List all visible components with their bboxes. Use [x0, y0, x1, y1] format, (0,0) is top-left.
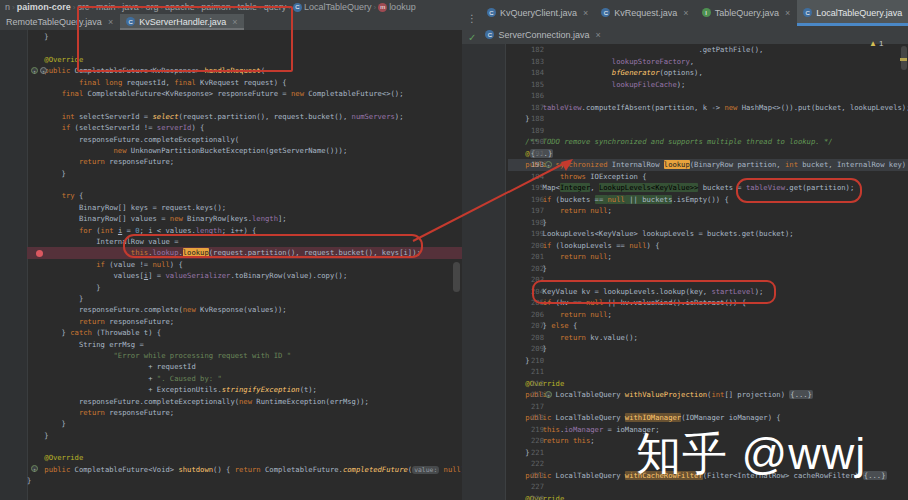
tab-close-icon[interactable]: ×	[683, 8, 688, 18]
tab-remotetablequery-java[interactable]: RemoteTableQuery.java×	[0, 14, 120, 30]
breadcrumb: n›paimon-core›src›main›java›org›apache›p…	[0, 0, 462, 14]
line-number: 227	[508, 481, 544, 493]
code-line: responseFuture.complete(new KvResponse(v…	[27, 304, 462, 315]
code-line: final CompletableFuture<KvResponse> resp…	[27, 88, 462, 99]
breadcrumb-item-paimon-core[interactable]: paimon-core	[17, 2, 71, 12]
code-line: 207 } else {	[508, 320, 908, 332]
breadcrumb-item-lookup[interactable]: mlookup	[378, 2, 416, 12]
breadcrumb-item-paimon[interactable]: paimon	[201, 2, 231, 12]
code-line: 198 }	[508, 217, 908, 229]
code-line: InternalRow value =	[27, 236, 462, 247]
right-editor-tab-bar-row1: ⋮ CKvQueryClient.java×CKvRequest.java×IT…	[462, 0, 908, 26]
breadcrumb-item-table[interactable]: table	[238, 2, 258, 12]
breadcrumb-separator: ›	[259, 3, 262, 12]
class-icon: C	[293, 3, 302, 12]
tab-kvserverhandler-java[interactable]: CKvServerHandler.java×	[120, 14, 244, 30]
tab-tablequery-java[interactable]: ITableQuery.java×	[696, 0, 798, 26]
line-number: 203	[508, 274, 544, 286]
code-line: 204 KeyValue kv = lookupLevels.lookup(ke…	[508, 286, 908, 298]
line-number: 219	[508, 424, 544, 436]
inspections-warning-widget[interactable]: ▲ 1	[869, 39, 883, 48]
code-line: 185 lookupFileCache);	[508, 79, 908, 91]
line-number: 186	[508, 90, 544, 102]
breadcrumb-separator: ›	[160, 3, 163, 12]
class-icon: C	[485, 30, 494, 39]
code-line: responseFuture.completeExceptionally(new…	[27, 396, 462, 407]
override-marker-icon[interactable]: ↑	[31, 67, 38, 74]
tab-serverconnection-java[interactable]: CServerConnection.java×	[479, 26, 607, 44]
line-number: 187	[508, 102, 544, 114]
code-line: 202 }	[508, 263, 908, 275]
code-line: }	[27, 430, 462, 441]
breadcrumb-item-src[interactable]: src	[77, 2, 89, 12]
error-stripe-mark[interactable]	[900, 58, 907, 61]
code-line: 208 return kv.value();	[508, 332, 908, 344]
tab-kvrequest-java[interactable]: CKvRequest.java×	[595, 0, 695, 26]
breadcrumb-item-localtablequery[interactable]: CLocalTableQuery	[293, 2, 372, 12]
class-icon: C	[126, 17, 135, 26]
code-line: for (int i = 0; i < values.length; i++) …	[27, 225, 462, 236]
code-line: 205 if (kv == null || kv.valueKind().isR…	[508, 297, 908, 309]
code-line: 200 if (lookupLevels == null) {	[508, 240, 908, 252]
breadcrumb-separator: ›	[73, 3, 76, 12]
tab-overflow-icon[interactable]: ⋮	[462, 13, 481, 26]
code-line: return responseFuture;	[27, 156, 462, 167]
breadcrumb-separator: ›	[197, 3, 200, 12]
line-number: 208	[508, 332, 544, 344]
line-number: 209	[508, 343, 544, 355]
tab-kvqueryclient-java[interactable]: CKvQueryClient.java×	[481, 0, 595, 26]
tab-close-icon[interactable]: ×	[583, 8, 588, 18]
left-editor-scrollbar[interactable]	[453, 262, 460, 292]
left-editor-pane[interactable]: } @Override↑↑ public CompletableFuture<K…	[0, 30, 462, 500]
line-number: 199	[508, 228, 544, 240]
line-number: 189	[508, 125, 544, 137]
code-line	[27, 99, 462, 110]
line-number: 182	[508, 44, 544, 56]
implement-marker-icon[interactable]: ↑	[40, 67, 47, 74]
code-line: 217	[508, 401, 908, 413]
breadcrumb-item-apache[interactable]: apache	[165, 2, 195, 12]
line-number: 207	[508, 320, 544, 332]
code-line: 183 lookupStoreFactory,	[508, 56, 908, 68]
breadcrumb-item-query[interactable]: query	[264, 2, 287, 12]
line-number: 202	[508, 263, 544, 275]
warning-icon: ▲	[869, 39, 877, 48]
class-icon: C	[487, 8, 496, 17]
line-number: 183	[508, 56, 544, 68]
breadcrumb-item-java[interactable]: java	[122, 2, 139, 12]
code-line: 191 @{...}	[508, 148, 908, 160]
code-line: 199 LookupLevels<KeyValue> lookupLevels …	[508, 228, 908, 240]
line-number: 223	[508, 470, 544, 482]
tab-close-icon[interactable]: ×	[785, 8, 790, 18]
code-line: int selectServerId = select(request.part…	[27, 111, 462, 122]
code-line: } catch (Throwable t) {	[27, 327, 462, 338]
code-line: 203	[508, 274, 908, 286]
code-line: 184 bfGenerator(options),	[508, 67, 908, 79]
code-line	[27, 441, 462, 452]
tab-close-icon[interactable]: ×	[595, 30, 600, 40]
code-line: responseFuture.completeExceptionally(	[27, 134, 462, 145]
breadcrumb-separator: ›	[12, 3, 15, 12]
tab-close-icon[interactable]: ×	[232, 17, 237, 27]
code-line: 189	[508, 125, 908, 137]
breakpoint-icon[interactable]	[36, 250, 43, 257]
method-icon: m	[378, 3, 387, 12]
override-marker-icon[interactable]: ↑	[545, 161, 552, 168]
tab-localtablequery-java[interactable]: CLocalTableQuery.java×	[797, 0, 908, 26]
left-code-area[interactable]: } @Override↑↑ public CompletableFuture<K…	[0, 30, 462, 487]
breadcrumb-item-main[interactable]: main	[96, 2, 116, 12]
code-line: }	[27, 282, 462, 293]
breadcrumb-item-org[interactable]: org	[145, 2, 158, 12]
override-marker-icon[interactable]: ↑	[545, 391, 552, 398]
code-line: return responseFuture;	[27, 316, 462, 327]
ide-window: n›paimon-core›src›main›java›org›apache›p…	[0, 0, 908, 500]
line-number: 198	[508, 217, 544, 229]
class-icon: C	[601, 8, 610, 17]
tab-close-icon[interactable]: ×	[108, 17, 113, 27]
code-line: 201 return null;	[508, 251, 908, 263]
breadcrumb-item-n[interactable]: n	[5, 2, 10, 12]
code-line: 218 public LocalTableQuery withIOManager…	[508, 412, 908, 424]
line-number: 212	[508, 378, 544, 390]
interface-icon: I	[702, 8, 711, 17]
breadcrumb-separator: ›	[373, 3, 376, 12]
